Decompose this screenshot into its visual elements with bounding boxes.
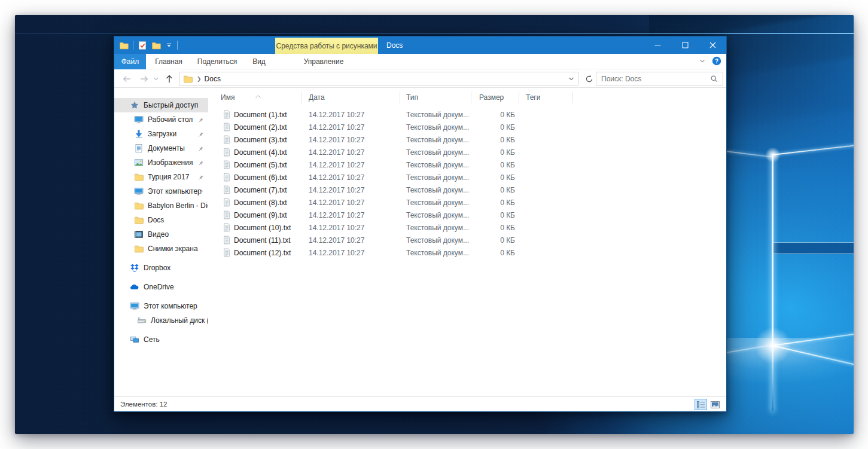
tab-view[interactable]: Вид (252, 54, 266, 69)
up-button[interactable] (163, 69, 175, 88)
column-header-size[interactable]: Размер (471, 91, 519, 103)
forward-button[interactable] (138, 69, 150, 88)
sidebar-item[interactable]: Быстрый доступ (114, 98, 208, 112)
sidebar-item[interactable]: Docs (114, 213, 208, 227)
breadcrumb[interactable]: Docs (205, 75, 221, 83)
txt-file-icon (223, 110, 231, 119)
column-header-label: Размер (479, 93, 504, 102)
back-button[interactable] (121, 69, 133, 88)
sidebar-item[interactable]: Dropbox (114, 261, 208, 275)
search-icon[interactable] (710, 75, 718, 83)
sidebar-item-label: Этот компьютер (144, 302, 197, 310)
details-view-button[interactable] (695, 399, 707, 410)
sidebar-item[interactable]: Загрузки (114, 127, 208, 141)
file-date: 14.12.2017 10:27 (301, 123, 400, 132)
address-dropdown-icon[interactable] (568, 77, 574, 81)
recent-locations-chevron-icon[interactable] (153, 69, 160, 88)
file-name[interactable]: Document (5).txt (208, 160, 301, 169)
file-row[interactable]: Document (12).txt14.12.2017 10:27Текстов… (208, 246, 726, 259)
sidebar-item[interactable]: Этот компьютер (114, 184, 208, 198)
file-name[interactable]: Document (3).txt (208, 135, 301, 144)
file-row[interactable]: Document (2).txt14.12.2017 10:27Текстовы… (208, 121, 726, 133)
file-row[interactable]: Document (11).txt14.12.2017 10:27Текстов… (208, 234, 726, 246)
file-name[interactable]: Document (7).txt (208, 185, 301, 194)
file-name[interactable]: Document (12).txt (208, 248, 301, 257)
file-type: Текстовый докум... (400, 148, 471, 157)
file-name[interactable]: Document (4).txt (208, 148, 301, 157)
tab-file[interactable]: Файл (114, 54, 146, 69)
tab-home[interactable]: Главная (155, 54, 182, 69)
txt-file-icon (223, 185, 231, 194)
disk-icon (137, 316, 147, 325)
folder-check-icon[interactable] (138, 41, 147, 50)
folder-icon[interactable] (151, 41, 161, 50)
sidebar-item[interactable]: Сеть (114, 332, 208, 347)
sidebar-item[interactable]: Турция 2017 (114, 170, 208, 184)
close-button[interactable] (699, 36, 726, 54)
file-row[interactable]: Document (9).txt14.12.2017 10:27Текстовы… (208, 209, 726, 221)
folder-icon (183, 74, 193, 84)
file-type: Текстовый докум... (400, 186, 471, 194)
file-row[interactable]: Document (5).txt14.12.2017 10:27Текстовы… (208, 158, 726, 171)
sidebar-item-label: Dropbox (144, 264, 170, 272)
file-row[interactable]: Document (6).txt14.12.2017 10:27Текстовы… (208, 171, 726, 184)
pin-icon (198, 174, 204, 182)
sidebar-item[interactable]: Изображения (114, 155, 208, 170)
file-name[interactable]: Document (8).txt (208, 198, 301, 207)
address-input[interactable]: ❯ Docs (179, 72, 578, 85)
minimize-button[interactable] (644, 36, 671, 54)
sidebar-item[interactable]: Рабочий стол (114, 112, 208, 127)
maximize-button[interactable] (671, 36, 699, 54)
ribbon-collapse-icon[interactable] (699, 57, 706, 66)
thumbnail-view-button[interactable] (709, 399, 721, 410)
items-count: Элементов: 12 (120, 401, 167, 408)
file-type: Текстовый докум... (400, 161, 471, 169)
file-size: 0 КБ (471, 249, 519, 257)
file-name[interactable]: Document (10).txt (208, 223, 301, 232)
file-type: Текстовый докум... (400, 224, 471, 232)
tab-share[interactable]: Поделиться (197, 54, 237, 69)
folder-icon[interactable] (119, 41, 129, 50)
refresh-icon[interactable] (582, 72, 596, 85)
file-name[interactable]: Document (6).txt (208, 173, 301, 182)
file-row[interactable]: Document (8).txt14.12.2017 10:27Текстовы… (208, 196, 726, 209)
column-header-type[interactable]: Тип (400, 91, 471, 103)
column-header-label: Теги (526, 93, 540, 102)
sidebar-item[interactable]: Снимки экрана (114, 242, 208, 256)
file-type: Текстовый докум... (400, 136, 471, 144)
txt-file-icon (223, 135, 231, 144)
file-name[interactable]: Document (9).txt (208, 210, 301, 219)
help-icon[interactable]: ? (712, 56, 721, 68)
sidebar-item[interactable]: Локальный диск (C (114, 313, 208, 328)
customize-chevron-icon[interactable] (165, 41, 173, 49)
txt-file-icon (223, 160, 231, 169)
contextual-tab-picture-tools[interactable]: Средства работы с рисунками (275, 38, 378, 54)
file-row[interactable]: Document (1).txt14.12.2017 10:27Текстовы… (208, 108, 726, 121)
file-row[interactable]: Document (7).txt14.12.2017 10:27Текстовы… (208, 184, 726, 196)
pin-icon (198, 188, 204, 197)
column-header-name[interactable]: Имя (208, 91, 301, 103)
column-header-tags[interactable]: Теги (519, 91, 573, 103)
sidebar-item[interactable]: Этот компьютер (114, 299, 208, 313)
file-row[interactable]: Document (4).txt14.12.2017 10:27Текстовы… (208, 146, 726, 158)
file-name[interactable]: Document (2).txt (208, 123, 301, 132)
sidebar-item[interactable]: Видео (114, 227, 208, 242)
sidebar-item[interactable]: Babylon Berlin - Die (114, 198, 208, 213)
titlebar[interactable]: Средства работы с рисунками Docs (114, 36, 726, 54)
file-name[interactable]: Document (11).txt (208, 236, 301, 245)
window-main: Быстрый доступРабочий столЗагрузкиДокуме… (114, 88, 726, 396)
tab-manage[interactable]: Управление (304, 54, 344, 69)
address-bar-row: ❯ Docs Поиск: Docs (114, 69, 726, 88)
file-date: 14.12.2017 10:27 (301, 211, 400, 219)
column-header-date[interactable]: Дата (301, 91, 400, 103)
search-input[interactable]: Поиск: Docs (596, 72, 723, 85)
file-type: Текстовый докум... (400, 123, 471, 132)
file-name[interactable]: Document (1).txt (208, 110, 301, 119)
file-name-label: Document (6).txt (234, 173, 287, 182)
file-row[interactable]: Document (10).txt14.12.2017 10:27Текстов… (208, 221, 726, 234)
sidebar-item[interactable]: Документы (114, 141, 208, 155)
file-size: 0 КБ (471, 123, 519, 132)
sidebar-item-label: Сеть (144, 335, 160, 344)
file-row[interactable]: Document (3).txt14.12.2017 10:27Текстовы… (208, 133, 726, 146)
sidebar-item[interactable]: OneDrive (114, 280, 208, 294)
